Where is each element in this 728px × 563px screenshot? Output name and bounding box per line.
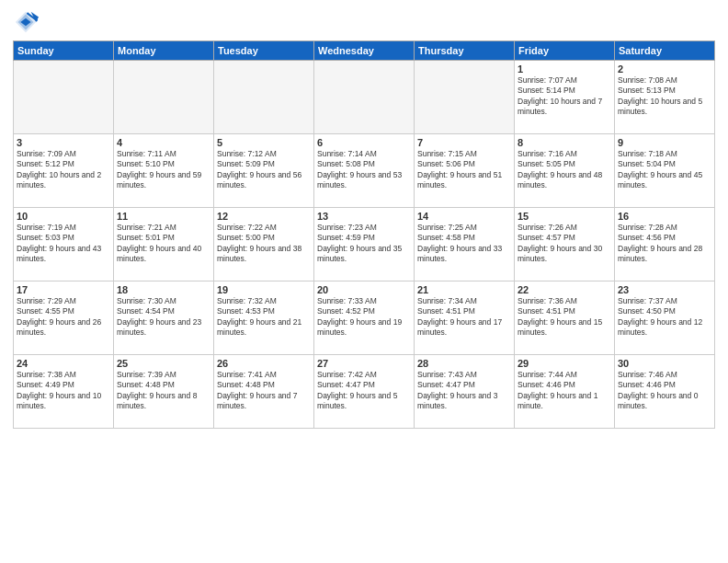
day-number: 18 xyxy=(117,284,210,295)
calendar-cell: 8Sunrise: 7:16 AM Sunset: 5:05 PM Daylig… xyxy=(515,134,615,208)
calendar-cell xyxy=(415,61,515,134)
calendar-cell: 13Sunrise: 7:23 AM Sunset: 4:59 PM Dayli… xyxy=(314,208,415,282)
day-number: 12 xyxy=(217,211,311,222)
day-info: Sunrise: 7:33 AM Sunset: 4:52 PM Dayligh… xyxy=(317,296,411,339)
day-info: Sunrise: 7:34 AM Sunset: 4:51 PM Dayligh… xyxy=(417,296,511,339)
day-info: Sunrise: 7:30 AM Sunset: 4:54 PM Dayligh… xyxy=(117,296,210,339)
day-info: Sunrise: 7:46 AM Sunset: 4:46 PM Dayligh… xyxy=(618,370,711,412)
day-number: 24 xyxy=(17,358,110,369)
day-number: 20 xyxy=(317,284,411,295)
calendar-cell: 27Sunrise: 7:42 AM Sunset: 4:47 PM Dayli… xyxy=(314,355,415,429)
day-info: Sunrise: 7:26 AM Sunset: 4:57 PM Dayligh… xyxy=(518,223,611,265)
day-info: Sunrise: 7:25 AM Sunset: 4:58 PM Dayligh… xyxy=(417,223,511,265)
day-info: Sunrise: 7:19 AM Sunset: 5:03 PM Dayligh… xyxy=(17,223,110,265)
calendar-cell: 12Sunrise: 7:22 AM Sunset: 5:00 PM Dayli… xyxy=(214,208,314,282)
day-number: 6 xyxy=(317,137,411,148)
weekday-header-monday: Monday xyxy=(114,41,214,61)
day-number: 25 xyxy=(117,358,210,369)
day-info: Sunrise: 7:41 AM Sunset: 4:48 PM Dayligh… xyxy=(217,370,311,412)
calendar-cell: 21Sunrise: 7:34 AM Sunset: 4:51 PM Dayli… xyxy=(415,282,515,355)
day-number: 15 xyxy=(518,211,611,222)
calendar-cell: 25Sunrise: 7:39 AM Sunset: 4:48 PM Dayli… xyxy=(114,355,214,429)
day-info: Sunrise: 7:12 AM Sunset: 5:09 PM Dayligh… xyxy=(217,149,311,191)
day-number: 13 xyxy=(317,211,411,222)
day-number: 29 xyxy=(518,358,611,369)
day-number: 21 xyxy=(417,284,511,295)
day-info: Sunrise: 7:11 AM Sunset: 5:10 PM Dayligh… xyxy=(117,149,210,191)
calendar-cell: 9Sunrise: 7:18 AM Sunset: 5:04 PM Daylig… xyxy=(615,134,715,208)
day-info: Sunrise: 7:28 AM Sunset: 4:56 PM Dayligh… xyxy=(618,223,711,265)
weekday-header-saturday: Saturday xyxy=(615,41,715,61)
day-info: Sunrise: 7:29 AM Sunset: 4:55 PM Dayligh… xyxy=(17,296,110,339)
weekday-header-row: SundayMondayTuesdayWednesdayThursdayFrid… xyxy=(14,41,715,61)
day-number: 2 xyxy=(618,63,711,75)
weekday-header-friday: Friday xyxy=(515,41,615,61)
day-info: Sunrise: 7:39 AM Sunset: 4:48 PM Dayligh… xyxy=(117,370,210,412)
day-number: 1 xyxy=(518,63,611,75)
day-number: 5 xyxy=(217,137,311,148)
day-number: 7 xyxy=(417,137,511,148)
calendar-cell: 1Sunrise: 7:07 AM Sunset: 5:14 PM Daylig… xyxy=(515,61,615,134)
calendar-cell: 28Sunrise: 7:43 AM Sunset: 4:47 PM Dayli… xyxy=(415,355,515,429)
day-info: Sunrise: 7:36 AM Sunset: 4:51 PM Dayligh… xyxy=(518,296,611,339)
calendar-cell: 3Sunrise: 7:09 AM Sunset: 5:12 PM Daylig… xyxy=(14,134,114,208)
day-number: 22 xyxy=(518,284,611,295)
calendar-cell: 6Sunrise: 7:14 AM Sunset: 5:08 PM Daylig… xyxy=(314,134,415,208)
calendar-cell: 22Sunrise: 7:36 AM Sunset: 4:51 PM Dayli… xyxy=(515,282,615,355)
day-info: Sunrise: 7:23 AM Sunset: 4:59 PM Dayligh… xyxy=(317,223,411,265)
day-info: Sunrise: 7:15 AM Sunset: 5:06 PM Dayligh… xyxy=(417,149,511,191)
calendar-cell: 30Sunrise: 7:46 AM Sunset: 4:46 PM Dayli… xyxy=(615,355,715,429)
calendar-week-1: 1Sunrise: 7:07 AM Sunset: 5:14 PM Daylig… xyxy=(14,61,715,134)
day-number: 10 xyxy=(17,211,110,222)
day-info: Sunrise: 7:32 AM Sunset: 4:53 PM Dayligh… xyxy=(217,296,311,339)
day-info: Sunrise: 7:43 AM Sunset: 4:47 PM Dayligh… xyxy=(417,370,511,412)
day-info: Sunrise: 7:21 AM Sunset: 5:01 PM Dayligh… xyxy=(117,223,210,265)
calendar-cell xyxy=(14,61,114,134)
calendar-week-5: 24Sunrise: 7:38 AM Sunset: 4:49 PM Dayli… xyxy=(14,355,715,429)
calendar-cell: 2Sunrise: 7:08 AM Sunset: 5:13 PM Daylig… xyxy=(615,61,715,134)
calendar-cell xyxy=(314,61,415,134)
calendar-cell: 15Sunrise: 7:26 AM Sunset: 4:57 PM Dayli… xyxy=(515,208,615,282)
calendar-cell: 26Sunrise: 7:41 AM Sunset: 4:48 PM Dayli… xyxy=(214,355,314,429)
header xyxy=(13,9,715,35)
day-info: Sunrise: 7:38 AM Sunset: 4:49 PM Dayligh… xyxy=(17,370,110,412)
calendar-cell: 4Sunrise: 7:11 AM Sunset: 5:10 PM Daylig… xyxy=(114,134,214,208)
day-info: Sunrise: 7:42 AM Sunset: 4:47 PM Dayligh… xyxy=(317,370,411,412)
day-number: 8 xyxy=(518,137,611,148)
day-info: Sunrise: 7:07 AM Sunset: 5:14 PM Dayligh… xyxy=(518,75,611,118)
day-number: 30 xyxy=(618,358,711,369)
calendar-cell: 16Sunrise: 7:28 AM Sunset: 4:56 PM Dayli… xyxy=(615,208,715,282)
calendar-cell: 20Sunrise: 7:33 AM Sunset: 4:52 PM Dayli… xyxy=(314,282,415,355)
day-number: 19 xyxy=(217,284,311,295)
day-number: 23 xyxy=(618,284,711,295)
day-number: 9 xyxy=(618,137,711,148)
calendar-cell: 17Sunrise: 7:29 AM Sunset: 4:55 PM Dayli… xyxy=(14,282,114,355)
calendar-week-2: 3Sunrise: 7:09 AM Sunset: 5:12 PM Daylig… xyxy=(14,134,715,208)
weekday-header-tuesday: Tuesday xyxy=(214,41,314,61)
weekday-header-thursday: Thursday xyxy=(415,41,515,61)
day-info: Sunrise: 7:14 AM Sunset: 5:08 PM Dayligh… xyxy=(317,149,411,191)
day-number: 11 xyxy=(117,211,210,222)
logo-icon xyxy=(13,9,39,35)
day-number: 14 xyxy=(417,211,511,222)
day-number: 28 xyxy=(417,358,511,369)
calendar-cell xyxy=(114,61,214,134)
day-info: Sunrise: 7:18 AM Sunset: 5:04 PM Dayligh… xyxy=(618,149,711,191)
weekday-header-wednesday: Wednesday xyxy=(314,41,415,61)
calendar-week-3: 10Sunrise: 7:19 AM Sunset: 5:03 PM Dayli… xyxy=(14,208,715,282)
day-number: 17 xyxy=(17,284,110,295)
calendar-cell: 29Sunrise: 7:44 AM Sunset: 4:46 PM Dayli… xyxy=(515,355,615,429)
calendar-cell: 14Sunrise: 7:25 AM Sunset: 4:58 PM Dayli… xyxy=(415,208,515,282)
calendar-cell xyxy=(214,61,314,134)
calendar-cell: 24Sunrise: 7:38 AM Sunset: 4:49 PM Dayli… xyxy=(14,355,114,429)
page: SundayMondayTuesdayWednesdayThursdayFrid… xyxy=(0,0,728,563)
day-info: Sunrise: 7:44 AM Sunset: 4:46 PM Dayligh… xyxy=(518,370,611,412)
calendar-week-4: 17Sunrise: 7:29 AM Sunset: 4:55 PM Dayli… xyxy=(14,282,715,355)
calendar-cell: 7Sunrise: 7:15 AM Sunset: 5:06 PM Daylig… xyxy=(415,134,515,208)
day-info: Sunrise: 7:37 AM Sunset: 4:50 PM Dayligh… xyxy=(618,296,711,339)
calendar-table: SundayMondayTuesdayWednesdayThursdayFrid… xyxy=(13,40,715,429)
day-number: 4 xyxy=(117,137,210,148)
day-number: 16 xyxy=(618,211,711,222)
calendar-cell: 5Sunrise: 7:12 AM Sunset: 5:09 PM Daylig… xyxy=(214,134,314,208)
day-number: 26 xyxy=(217,358,311,369)
